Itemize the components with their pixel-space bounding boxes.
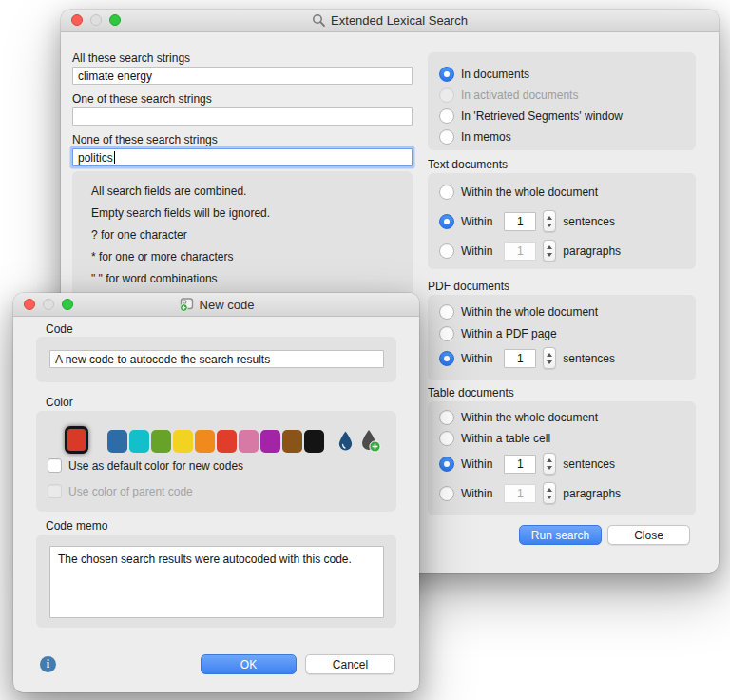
- unit-label: paragraphs: [563, 244, 621, 258]
- stepper-up-icon: [547, 458, 552, 462]
- color-drop-icon[interactable]: [336, 430, 355, 457]
- radio-table-within-paragraphs[interactable]: Within paragraphs: [439, 482, 621, 504]
- radio-pdf-within-sentences[interactable]: Within sentences: [439, 347, 615, 369]
- new-code-titlebar[interactable]: New code: [13, 293, 419, 317]
- all-strings-input[interactable]: [72, 67, 413, 85]
- one-strings-input[interactable]: [72, 107, 413, 126]
- hints-text: All search fields are combined. Empty se…: [91, 185, 270, 285]
- radio-in-activated-documents: In activated documents: [439, 88, 578, 103]
- text-caret: [114, 151, 115, 164]
- checkbox-label: Use as default color for new codes: [68, 459, 243, 473]
- selected-color-swatch[interactable]: [65, 426, 88, 454]
- radio-pdf-whole-document[interactable]: Within the whole document: [439, 304, 598, 320]
- radio-indicator: [439, 304, 454, 320]
- stepper-down-icon: [547, 224, 552, 227]
- text-documents-heading: Text documents: [428, 158, 508, 171]
- radio-indicator: [439, 457, 454, 472]
- radio-indicator: [439, 67, 454, 82]
- stepper-up-icon: [547, 216, 552, 220]
- radio-label: Within a PDF page: [461, 327, 557, 340]
- radio-table-cell[interactable]: Within a table cell: [439, 431, 550, 446]
- hint-line: Empty search fields will be ignored.: [91, 206, 270, 220]
- radio-indicator: [439, 243, 454, 259]
- color-drop-add-icon[interactable]: [359, 429, 382, 457]
- color-swatch[interactable]: [260, 430, 280, 453]
- radio-label: In 'Retrieved Segments' window: [461, 109, 623, 123]
- radio-label: In activated documents: [461, 88, 578, 102]
- stepper[interactable]: [543, 453, 556, 475]
- stepper[interactable]: [543, 240, 556, 262]
- stepper[interactable]: [543, 347, 556, 369]
- color-swatch[interactable]: [129, 430, 149, 453]
- stepper-down-icon: [547, 253, 552, 257]
- radio-indicator: [439, 129, 454, 145]
- traffic-minimize-button[interactable]: [43, 299, 54, 310]
- stepper-up-icon: [547, 353, 552, 357]
- radio-retrieved-segments[interactable]: In 'Retrieved Segments' window: [439, 108, 623, 124]
- color-swatch[interactable]: [217, 430, 237, 453]
- radio-text-within-sentences[interactable]: Within sentences: [439, 210, 615, 232]
- radio-indicator: [439, 214, 454, 229]
- default-color-checkbox[interactable]: Use as default color for new codes: [48, 458, 243, 473]
- radio-label: Within: [461, 487, 492, 500]
- radio-in-documents[interactable]: In documents: [439, 67, 529, 82]
- table-paragraphs-count-input: [504, 484, 536, 503]
- radio-text-within-paragraphs[interactable]: Within paragraphs: [439, 240, 621, 262]
- stepper[interactable]: [543, 210, 556, 232]
- code-memo-textarea[interactable]: The chosen search results were autocoded…: [49, 546, 384, 618]
- unit-label: sentences: [563, 215, 615, 228]
- hint-line: ? for one character: [91, 228, 270, 242]
- none-strings-value: politics: [78, 151, 113, 165]
- radio-indicator: [439, 108, 454, 124]
- run-search-button[interactable]: Run search: [519, 525, 602, 545]
- radio-label: Within: [461, 352, 492, 365]
- hint-line: All search fields are combined.: [91, 185, 270, 198]
- code-name-input[interactable]: [49, 350, 384, 368]
- color-swatch[interactable]: [151, 430, 171, 453]
- table-documents-heading: Table documents: [428, 386, 514, 399]
- stepper[interactable]: [543, 482, 556, 504]
- traffic-close-button[interactable]: [71, 14, 83, 26]
- color-swatch[interactable]: [173, 430, 193, 453]
- color-swatch[interactable]: [239, 430, 259, 453]
- hint-line: " " for word combinations: [91, 272, 270, 285]
- radio-label: Within: [461, 457, 492, 471]
- radio-indicator: [439, 431, 454, 446]
- checkbox-indicator: [48, 484, 62, 498]
- radio-indicator: [439, 185, 454, 200]
- ok-button[interactable]: OK: [201, 654, 297, 674]
- close-button[interactable]: Close: [607, 525, 690, 545]
- parent-color-checkbox: Use color of parent code: [48, 484, 193, 498]
- radio-indicator: [439, 351, 454, 366]
- color-swatch[interactable]: [304, 430, 324, 453]
- text-sentences-count-input[interactable]: [504, 212, 536, 231]
- color-swatch[interactable]: [107, 430, 127, 453]
- radio-table-within-sentences[interactable]: Within sentences: [439, 453, 615, 475]
- pdf-sentences-count-input[interactable]: [504, 349, 536, 368]
- traffic-zoom-button[interactable]: [62, 299, 73, 310]
- unit-label: sentences: [563, 352, 615, 365]
- traffic-zoom-button[interactable]: [109, 14, 121, 26]
- radio-table-whole-document[interactable]: Within the whole document: [439, 410, 598, 425]
- none-strings-input[interactable]: politics: [72, 148, 413, 166]
- code-label: Code: [46, 322, 73, 336]
- new-code-icon: [179, 297, 195, 312]
- color-label: Color: [46, 396, 73, 409]
- text-paragraphs-count-input: [504, 242, 536, 261]
- radio-pdf-page[interactable]: Within a PDF page: [439, 326, 557, 341]
- hint-line: * for one or more characters: [91, 250, 270, 263]
- lexical-titlebar[interactable]: Extended Lexical Search: [61, 10, 719, 32]
- traffic-minimize-button[interactable]: [90, 14, 102, 26]
- cancel-button[interactable]: Cancel: [305, 654, 395, 674]
- radio-label: Within: [461, 244, 492, 258]
- table-sentences-count-input[interactable]: [504, 455, 536, 474]
- radio-text-whole-document[interactable]: Within the whole document: [439, 185, 598, 200]
- stepper-up-icon: [547, 245, 552, 249]
- color-palette: [107, 430, 324, 453]
- info-icon[interactable]: i: [40, 656, 56, 672]
- radio-in-memos[interactable]: In memos: [439, 129, 511, 145]
- color-swatch[interactable]: [195, 430, 215, 453]
- color-swatch[interactable]: [282, 430, 302, 453]
- traffic-close-button[interactable]: [24, 299, 35, 310]
- radio-indicator: [439, 410, 454, 425]
